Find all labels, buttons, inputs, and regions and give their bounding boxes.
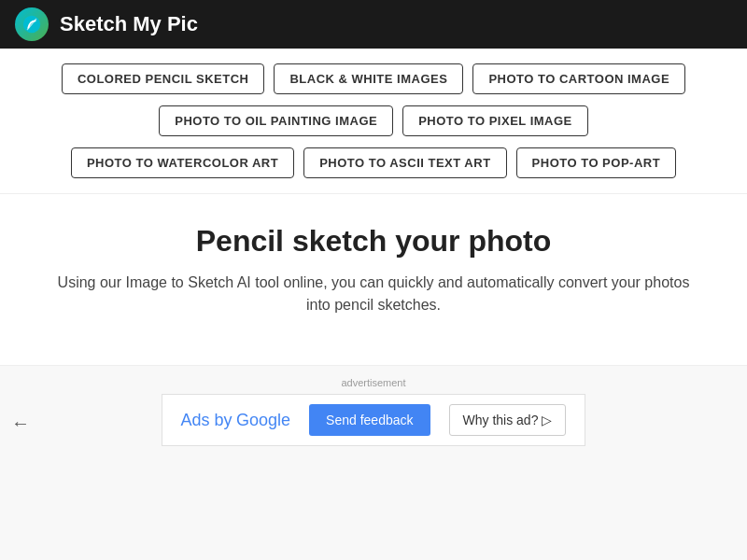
header: Sketch My Pic	[0, 0, 747, 49]
ad-area: advertisement Ads by Google Send feedbac…	[0, 365, 747, 552]
send-feedback-button[interactable]: Send feedback	[309, 404, 430, 436]
app-logo	[15, 7, 49, 41]
nav-tag-watercolor-art[interactable]: PHOTO TO WATERCOLOR ART	[71, 147, 294, 178]
ads-by-google: Ads by Google	[181, 411, 291, 430]
nav-tag-oil-painting[interactable]: PHOTO TO OIL PAINTING IMAGE	[159, 105, 393, 136]
app-title: Sketch My Pic	[60, 12, 198, 36]
ad-label: advertisement	[0, 377, 747, 388]
ad-google-bar: Ads by Google Send feedback Why this ad?…	[162, 394, 586, 446]
nav-row-1: COLORED PENCIL SKETCH BLACK & WHITE IMAG…	[19, 63, 728, 94]
back-arrow-icon[interactable]: ←	[11, 413, 30, 434]
page-title: Pencil sketch your photo	[19, 224, 728, 259]
why-this-ad-icon: ▷	[542, 413, 552, 427]
nav-row-3: PHOTO TO WATERCOLOR ART PHOTO TO ASCII T…	[19, 147, 728, 178]
navigation-tags: COLORED PENCIL SKETCH BLACK & WHITE IMAG…	[0, 49, 747, 193]
nav-tag-photo-to-cartoon[interactable]: PHOTO TO CARTOON IMAGE	[472, 63, 685, 94]
nav-tag-pixel-image[interactable]: PHOTO TO PIXEL IMAGE	[402, 105, 588, 136]
main-content: Pencil sketch your photo Using our Image…	[0, 194, 747, 365]
nav-row-2: PHOTO TO OIL PAINTING IMAGE PHOTO TO PIX…	[19, 105, 728, 136]
why-this-ad-button[interactable]: Why this ad? ▷	[449, 404, 567, 436]
nav-tag-black-white-images[interactable]: BLACK & WHITE IMAGES	[274, 63, 463, 94]
nav-tag-pop-art[interactable]: PHOTO TO POP-ART	[516, 147, 677, 178]
nav-tag-colored-pencil-sketch[interactable]: COLORED PENCIL SKETCH	[62, 63, 265, 94]
nav-tag-ascii-text-art[interactable]: PHOTO TO ASCII TEXT ART	[303, 147, 506, 178]
page-description: Using our Image to Sketch AI tool online…	[47, 272, 700, 316]
